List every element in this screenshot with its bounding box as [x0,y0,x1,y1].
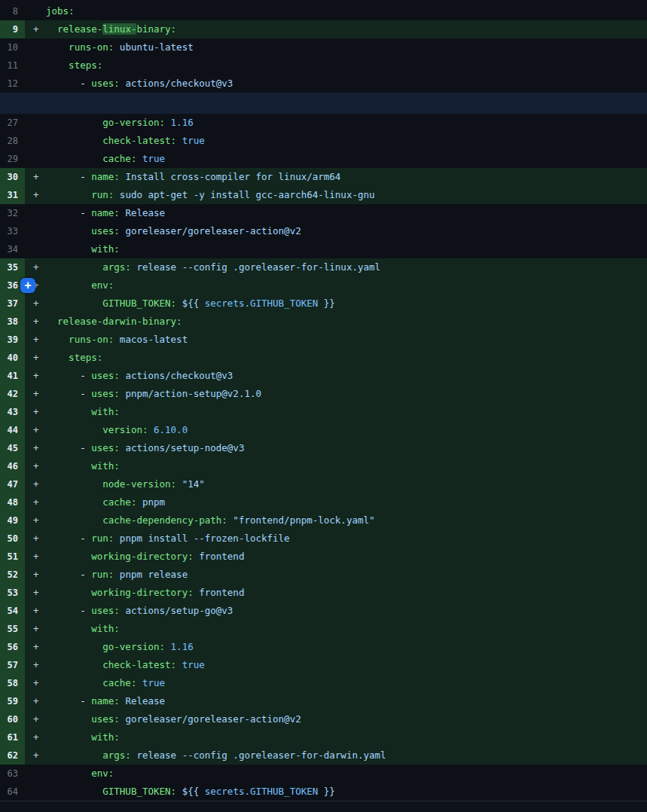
diff-line-row: 46+ with: [0,457,647,475]
context-marker [25,2,46,20]
code-token-expr: ${{ [176,298,205,309]
line-number[interactable]: 31 [0,186,25,204]
line-number[interactable]: 46 [0,457,25,475]
code-content: steps: [46,56,647,75]
line-number[interactable]: 63 [0,765,25,783]
line-number[interactable]: 34 [0,240,25,258]
line-number[interactable]: 52 [0,566,25,584]
code-content: jobs: [46,2,647,20]
diff-line-row: 49+ cache-dependency-path: "frontend/pnp… [0,511,647,530]
line-number[interactable]: 40 [0,349,25,367]
addition-marker: + [25,313,46,331]
code-content: working-directory: frontend [46,584,647,602]
line-number[interactable]: 10 [0,38,25,56]
context-marker [25,132,46,150]
code-content: args: release --config .goreleaser-for-d… [46,746,647,765]
code-content: runs-on: ubuntu-latest [46,38,647,56]
code-token-string: release --config .goreleaser-for-linux.y… [131,261,380,273]
line-number[interactable]: 28 [0,132,25,150]
diff-line-row: 31+ run: sudo apt-get -y install gcc-aar… [0,186,647,204]
code-token-string: goreleaser/goreleaser-action@v2 [120,225,301,237]
addition-marker: + [25,656,46,674]
line-number[interactable]: 29 [0,150,25,168]
line-number[interactable]: 39 [0,331,25,349]
code-token-key: check-latest: [102,659,176,670]
addition-marker: + [25,168,46,186]
code-content: release-darwin-binary: [46,313,647,331]
line-number[interactable]: 38 [0,313,25,331]
line-number[interactable]: 41 [0,367,25,385]
line-number[interactable]: 48 [0,493,25,511]
line-number[interactable]: 51 [0,548,25,566]
code-token-constant: true [136,677,165,688]
context-marker [25,783,46,801]
line-number[interactable]: 45 [0,439,25,457]
code-token-string: ubuntu-latest [114,41,193,53]
diff-line-row: 62+ args: release --config .goreleaser-f… [0,746,647,765]
code-token-key: uses: [91,713,120,725]
line-number[interactable]: 53 [0,584,25,602]
code-token-string: pnpm install --frozen-lockfile [114,533,289,544]
code-token-string: actions/setup-go@v3 [120,605,233,616]
code-token-plain: - [80,605,91,616]
code-token-key: version: [102,424,148,435]
diff-line-row: 12 - uses: actions/checkout@v3 [0,75,647,93]
line-number[interactable]: 50 [0,530,25,548]
line-number[interactable]: 8 [0,2,25,20]
code-token-key: node-version: [102,478,176,490]
code-content: - uses: actions/checkout@v3 [46,367,647,385]
addition-marker: + [25,746,46,765]
diff-line-row: 39+ runs-on: macos-latest [0,331,647,349]
code-content: cache: pnpm [46,493,647,511]
code-content: with: [46,457,647,475]
line-number[interactable]: 12 [0,75,25,93]
code-token-key: name: [91,695,120,707]
line-number[interactable]: 11 [0,56,25,75]
code-token-key: uses: [91,442,120,453]
line-number[interactable]: 47 [0,475,25,493]
diff-line-row: 34 with: [0,240,647,258]
line-number[interactable]: 42 [0,385,25,403]
line-number[interactable]: 60 [0,710,25,728]
line-number[interactable]: 56 [0,638,25,656]
code-content: run: sudo apt-get -y install gcc-aarch64… [46,186,647,204]
diff-line-row: 8jobs: [0,2,647,20]
context-marker [25,765,46,783]
line-number[interactable]: 32 [0,204,25,222]
add-comment-button[interactable]: + [20,278,35,293]
line-number[interactable]: 27 [0,114,25,132]
addition-marker: + [25,530,46,548]
code-token-key: uses: [91,605,120,616]
addition-marker: + [25,692,46,710]
code-content: uses: goreleaser/goreleaser-action@v2 [46,710,647,728]
line-number[interactable]: 58 [0,674,25,692]
line-number[interactable]: 37 [0,295,25,313]
code-token-expr: }} [318,786,335,797]
line-number[interactable]: 62 [0,746,25,765]
code-token-string: pnpm/action-setup@v2.1.0 [120,388,261,399]
diff-line-row: 43+ with: [0,403,647,421]
line-number[interactable]: 57 [0,656,25,674]
code-content: - name: Release [46,204,647,222]
code-token-key: uses: [91,388,120,399]
line-number[interactable]: 55 [0,620,25,638]
code-token-key: uses: [91,225,120,237]
line-number[interactable]: 64 [0,783,25,801]
line-number[interactable]: 30 [0,168,25,186]
diff-line-row: 32 - name: Release [0,204,647,222]
code-content: steps: [46,349,647,367]
context-marker [25,150,46,168]
line-number[interactable]: 49 [0,511,25,530]
line-number[interactable]: 43 [0,403,25,421]
line-number[interactable]: 54 [0,602,25,620]
diff-line-row: 35+ args: release --config .goreleaser-f… [0,258,647,276]
expand-hidden-lines-row[interactable] [0,93,647,114]
line-number[interactable]: 44 [0,421,25,439]
code-token-key: run: [91,533,114,544]
line-number[interactable]: 33 [0,222,25,240]
line-number[interactable]: 35 [0,258,25,276]
line-number[interactable]: 59 [0,692,25,710]
code-content: GITHUB_TOKEN: ${{ secrets.GITHUB_TOKEN }… [46,783,647,801]
line-number[interactable]: 61 [0,728,25,746]
line-number[interactable]: 9 [0,20,25,38]
